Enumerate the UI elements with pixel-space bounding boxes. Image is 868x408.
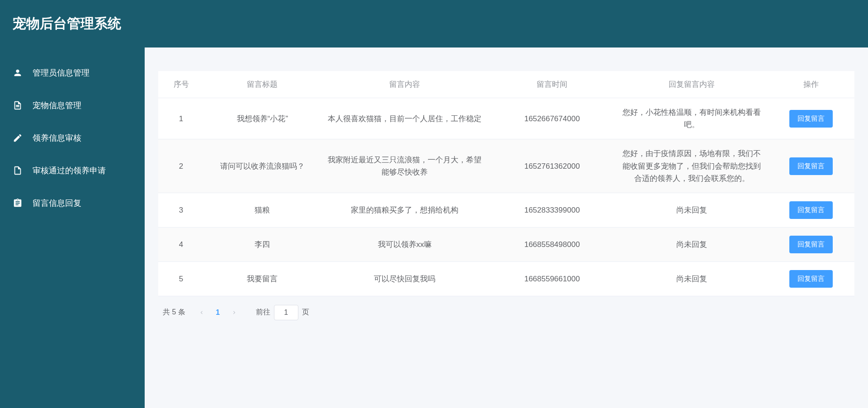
cell-title: 我想领养“小花” bbox=[204, 98, 321, 139]
jump-suffix: 页 bbox=[302, 308, 309, 317]
sidebar-item-label: 管理员信息管理 bbox=[33, 67, 90, 78]
sidebar-item-label: 宠物信息管理 bbox=[33, 100, 81, 111]
content-area: 序号 留言标题 留言内容 留言时间 回复留言内容 操作 1 我想领养“小花” 本… bbox=[145, 47, 868, 408]
pagination-jump: 前往 页 bbox=[256, 305, 309, 320]
sidebar-item-label: 领养信息审核 bbox=[33, 133, 81, 143]
jump-prefix: 前往 bbox=[256, 308, 270, 317]
sidebar: 管理员信息管理 宠物信息管理 领养信息审核 审核通过的领养申请 留言信息回复 bbox=[0, 47, 145, 408]
table-row: 1 我想领养“小花” 本人很喜欢猫猫，目前一个人居住，工作稳定 16526676… bbox=[158, 98, 854, 139]
cell-action: 回复留言 bbox=[768, 193, 854, 227]
cell-title: 李四 bbox=[204, 227, 321, 261]
header-content: 留言内容 bbox=[321, 71, 489, 98]
cell-action: 回复留言 bbox=[768, 261, 854, 296]
cell-action: 回复留言 bbox=[768, 139, 854, 193]
main-container: 管理员信息管理 宠物信息管理 领养信息审核 审核通过的领养申请 留言信息回复 bbox=[0, 47, 868, 408]
cell-time: 1668558498000 bbox=[489, 227, 616, 261]
cell-action: 回复留言 bbox=[768, 98, 854, 139]
cell-content: 我家附近最近又三只流浪猫，一个月大，希望能够尽快收养 bbox=[321, 139, 489, 193]
cell-time: 1652667674000 bbox=[489, 98, 616, 139]
cell-title: 我要留言 bbox=[204, 261, 321, 296]
cell-reply: 尚未回复 bbox=[616, 261, 768, 296]
app-title: 宠物后台管理系统 bbox=[13, 14, 121, 33]
header-seq: 序号 bbox=[158, 71, 204, 98]
table-row: 4 李四 我可以领养xx嘛 1668558498000 尚未回复 回复留言 bbox=[158, 227, 854, 261]
header-time: 留言时间 bbox=[489, 71, 616, 98]
cell-content: 本人很喜欢猫猫，目前一个人居住，工作稳定 bbox=[321, 98, 489, 139]
table-header-row: 序号 留言标题 留言内容 留言时间 回复留言内容 操作 bbox=[158, 71, 854, 98]
cell-content: 我可以领养xx嘛 bbox=[321, 227, 489, 261]
header-reply: 回复留言内容 bbox=[616, 71, 768, 98]
file-icon bbox=[13, 166, 23, 176]
pagination-prev-button[interactable] bbox=[193, 304, 210, 321]
cell-time: 1668559661000 bbox=[489, 261, 616, 296]
sidebar-item-label: 审核通过的领养申请 bbox=[33, 165, 106, 176]
reply-button[interactable]: 回复留言 bbox=[789, 110, 833, 128]
sidebar-item-message-reply[interactable]: 留言信息回复 bbox=[0, 187, 145, 219]
reply-button[interactable]: 回复留言 bbox=[789, 270, 833, 288]
cell-time: 1652761362000 bbox=[489, 139, 616, 193]
cell-seq: 1 bbox=[158, 98, 204, 139]
cell-reply: 尚未回复 bbox=[616, 227, 768, 261]
cell-seq: 2 bbox=[158, 139, 204, 193]
cell-seq: 4 bbox=[158, 227, 204, 261]
pagination-jump-input[interactable] bbox=[274, 305, 298, 320]
sidebar-item-approved[interactable]: 审核通过的领养申请 bbox=[0, 154, 145, 187]
message-table: 序号 留言标题 留言内容 留言时间 回复留言内容 操作 1 我想领养“小花” 本… bbox=[158, 71, 854, 296]
table-row: 5 我要留言 可以尽快回复我吗 1668559661000 尚未回复 回复留言 bbox=[158, 261, 854, 296]
pagination-total: 共 5 条 bbox=[163, 308, 185, 317]
reply-button[interactable]: 回复留言 bbox=[789, 201, 833, 219]
pagination: 共 5 条 1 前往 页 bbox=[158, 296, 854, 329]
cell-time: 1652833399000 bbox=[489, 193, 616, 227]
reply-button[interactable]: 回复留言 bbox=[789, 157, 833, 175]
cell-action: 回复留言 bbox=[768, 227, 854, 261]
table-row: 3 猫粮 家里的猫粮买多了，想捐给机构 1652833399000 尚未回复 回… bbox=[158, 193, 854, 227]
header-title: 留言标题 bbox=[204, 71, 321, 98]
clipboard-icon bbox=[13, 198, 23, 208]
cell-seq: 5 bbox=[158, 261, 204, 296]
cell-reply: 您好，小花性格温顺，有时间来机构看看吧。 bbox=[616, 98, 768, 139]
cell-content: 家里的猫粮买多了，想捐给机构 bbox=[321, 193, 489, 227]
cell-reply: 尚未回复 bbox=[616, 193, 768, 227]
table-row: 2 请问可以收养流浪猫吗？ 我家附近最近又三只流浪猫，一个月大，希望能够尽快收养… bbox=[158, 139, 854, 193]
document-icon bbox=[13, 100, 23, 110]
sidebar-item-admin[interactable]: 管理员信息管理 bbox=[0, 57, 145, 89]
cell-seq: 3 bbox=[158, 193, 204, 227]
cell-reply: 您好，由于疫情原因，场地有限，我们不能收留更多宠物了，但我们会帮助您找到合适的领… bbox=[616, 139, 768, 193]
cell-title: 猫粮 bbox=[204, 193, 321, 227]
chevron-right-icon bbox=[231, 309, 237, 316]
cell-title: 请问可以收养流浪猫吗？ bbox=[204, 139, 321, 193]
sidebar-item-pet-info[interactable]: 宠物信息管理 bbox=[0, 89, 145, 122]
sidebar-item-adoption-review[interactable]: 领养信息审核 bbox=[0, 122, 145, 154]
cell-content: 可以尽快回复我吗 bbox=[321, 261, 489, 296]
edit-icon bbox=[13, 133, 23, 143]
chevron-left-icon bbox=[198, 309, 205, 316]
header-action: 操作 bbox=[768, 71, 854, 98]
pagination-next-button[interactable] bbox=[226, 304, 242, 321]
sidebar-item-label: 留言信息回复 bbox=[33, 198, 81, 209]
pagination-page-number[interactable]: 1 bbox=[210, 304, 226, 321]
reply-button[interactable]: 回复留言 bbox=[789, 236, 833, 253]
user-icon bbox=[13, 68, 23, 78]
app-header: 宠物后台管理系统 bbox=[0, 0, 868, 47]
